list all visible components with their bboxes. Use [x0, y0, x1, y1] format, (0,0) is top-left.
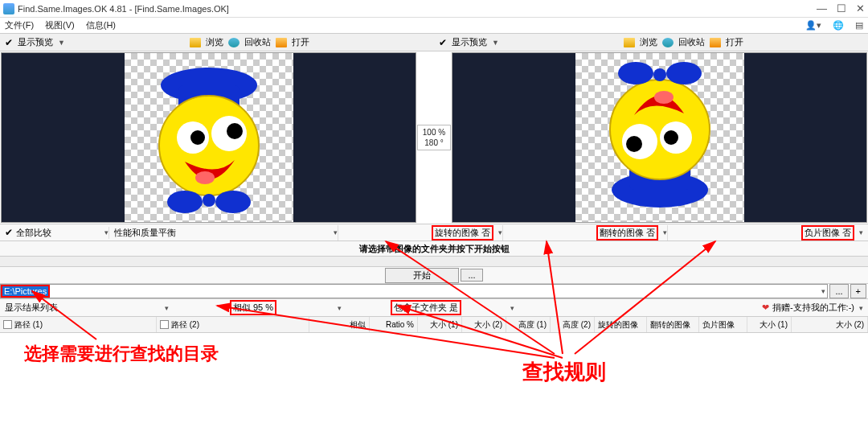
similarity-dropdown[interactable]: 相似 95 % [230, 300, 276, 315]
folder-icon [190, 38, 201, 47]
rotate-dropdown[interactable]: 旋转的图像 否 [432, 225, 493, 240]
col-ratio[interactable]: Ratio % [386, 320, 414, 329]
results-list[interactable] [0, 333, 868, 444]
subfolders-dropdown[interactable]: 包含子文件夹 是 [391, 300, 461, 315]
menu-file[interactable]: 文件(F) [5, 19, 34, 31]
open-right[interactable]: 打开 [726, 36, 743, 48]
col-size2[interactable]: 大小 (2) [474, 319, 502, 331]
performance-dropdown[interactable]: 性能和质量平衡 [114, 227, 176, 239]
check-icon: ✔ [5, 227, 13, 238]
svg-point-4 [190, 130, 205, 145]
toolbar: ✔ 显示预览 ▼ 浏览 回收站 打开 ✔ 显示预览 ▼ 浏览 回收站 打开 [0, 34, 868, 51]
heart-icon: ❤ [762, 302, 769, 313]
path-browse-button[interactable]: ... [829, 284, 848, 298]
checkbox[interactable] [160, 320, 169, 329]
path-value: E:\Pictures [2, 286, 48, 296]
col-path1[interactable]: 路径 (1) [14, 319, 43, 331]
menu-bar: 文件(F) 视图(V) 信息(H) 👤▾ 🌐 ▤ [0, 18, 868, 34]
col-flipimg[interactable]: 翻转的图像 [650, 319, 690, 331]
check-icon: ✔ [439, 37, 447, 48]
window-title: Find.Same.Images.OK 4.81 - [Find.Same.Im… [18, 4, 817, 14]
preview-right[interactable] [452, 52, 867, 223]
col-negimg[interactable]: 负片图像 [702, 319, 735, 331]
minimize-button[interactable]: — [817, 2, 827, 14]
title-bar: Find.Same.Images.OK 4.81 - [Find.Same.Im… [0, 0, 868, 18]
col-fsize1[interactable]: 大小 (1) [760, 319, 788, 331]
results-header: 路径 (1) 路径 (2) 相似 Ratio % 大小 (1) 大小 (2) 高… [0, 317, 868, 333]
zoom-label: 100 % [423, 127, 445, 138]
start-more-button[interactable]: ... [461, 269, 482, 282]
chevron-down-icon[interactable]: ▼ [492, 39, 499, 47]
folder-icon [624, 38, 635, 47]
negative-dropdown[interactable]: 负片图像 否 [801, 225, 854, 240]
show-preview-right[interactable]: 显示预览 [452, 36, 487, 48]
svg-point-7 [195, 171, 215, 184]
app-icon [3, 3, 14, 14]
checkbox[interactable] [3, 320, 12, 329]
col-height1[interactable]: 高度 (1) [518, 319, 547, 331]
check-icon: ✔ [5, 37, 13, 48]
open-left[interactable]: 打开 [292, 36, 309, 48]
start-row: 开始 ... [0, 267, 868, 283]
close-button[interactable]: ✕ [856, 2, 865, 14]
chevron-down-icon[interactable]: ▾ [859, 228, 863, 236]
chevron-down-icon[interactable]: ▼ [58, 39, 65, 47]
chevron-down-icon[interactable]: ▾ [859, 304, 863, 312]
show-results-dropdown[interactable]: 显示结果列表 [5, 302, 58, 314]
image-left [125, 53, 293, 222]
donate-link[interactable]: 捐赠-支持我的工作:-) [772, 302, 854, 314]
hint-text: 请选择带图像的文件夹并按下开始按钮 [0, 241, 868, 256]
recycle-icon [662, 38, 674, 47]
world-icon[interactable]: 🌐 [833, 20, 844, 31]
preview-row: 100 % 180 ° [0, 51, 868, 224]
rotation-label: 180 ° [424, 138, 443, 148]
svg-point-20 [618, 62, 653, 84]
recycle-icon [228, 38, 240, 47]
all-compare-dropdown[interactable]: 全部比较 [16, 227, 51, 239]
preview-left[interactable] [1, 52, 416, 223]
compare-options-row: ✔ 全部比较 ▾ 性能和质量平衡 ▾ 旋转的图像 否 ▾ 翻转的图像 否 ▾ 负… [0, 224, 868, 241]
col-similar[interactable]: 相似 [350, 319, 366, 331]
maximize-button[interactable]: ☐ [837, 2, 846, 14]
recycle-left[interactable]: 回收站 [244, 36, 271, 48]
progress-bar [0, 256, 868, 267]
svg-point-9 [215, 191, 251, 213]
settings-icon[interactable]: ▤ [855, 20, 863, 31]
path-add-button[interactable]: + [850, 284, 866, 298]
result-options-row: 显示结果列表 ▾ 相似 95 % ▾ 包含子文件夹 是 ▾ ❤ 捐赠-支持我的工… [0, 299, 868, 317]
zoom-rotation-panel: 100 % 180 ° [417, 125, 451, 150]
chevron-down-icon[interactable]: ▾ [821, 287, 825, 295]
menu-view[interactable]: 视图(V) [45, 19, 75, 31]
svg-point-6 [227, 123, 243, 139]
browse-left[interactable]: 浏览 [206, 36, 223, 48]
col-fsize2[interactable]: 大小 (2) [836, 319, 864, 331]
svg-point-10 [203, 194, 215, 207]
image-right [575, 53, 744, 222]
svg-point-8 [167, 191, 203, 213]
col-rotimg[interactable]: 旋转的图像 [598, 319, 638, 331]
show-preview-left[interactable]: 显示预览 [18, 36, 53, 48]
menu-info[interactable]: 信息(H) [86, 19, 116, 31]
recycle-right[interactable]: 回收站 [678, 36, 705, 48]
path-input[interactable]: E:\Pictures ▾ [0, 284, 828, 298]
browse-right[interactable]: 浏览 [640, 36, 657, 48]
col-size1[interactable]: 大小 (1) [430, 319, 458, 331]
flip-dropdown[interactable]: 翻转的图像 否 [596, 225, 658, 240]
user-icon[interactable]: 👤▾ [805, 20, 821, 31]
path-row: E:\Pictures ▾ ... + [0, 283, 868, 299]
open-icon [710, 38, 721, 47]
col-height2[interactable]: 高度 (2) [563, 319, 591, 331]
open-icon [276, 38, 287, 47]
start-button[interactable]: 开始 [385, 268, 459, 283]
col-path2[interactable]: 路径 (2) [171, 319, 199, 331]
